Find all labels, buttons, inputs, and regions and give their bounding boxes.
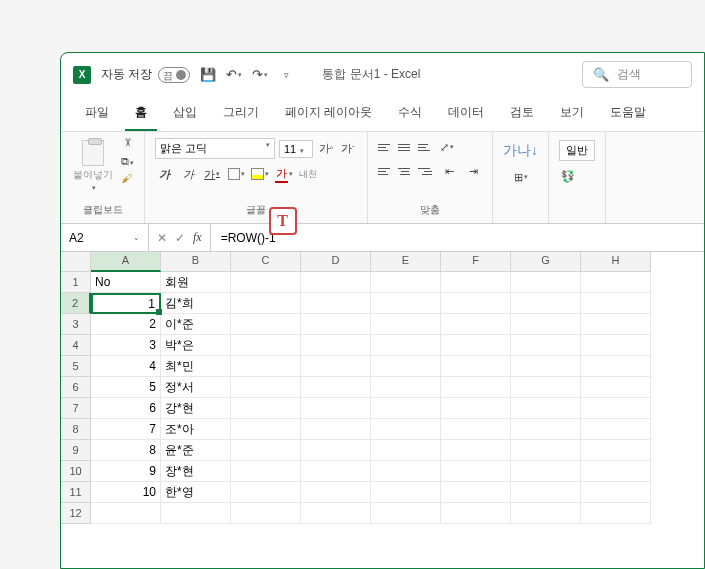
name-box[interactable]: A2 ⌄	[61, 224, 149, 251]
search-box[interactable]: 🔍 검색	[582, 61, 692, 88]
cell-H4[interactable]	[581, 335, 651, 356]
col-header-G[interactable]: G	[511, 252, 581, 272]
cell-E7[interactable]	[371, 398, 441, 419]
cell-E1[interactable]	[371, 272, 441, 293]
row-header-8[interactable]: 8	[61, 419, 91, 440]
cell-A6[interactable]: 5	[91, 377, 161, 398]
align-middle-icon[interactable]	[398, 141, 412, 153]
cell-G5[interactable]	[511, 356, 581, 377]
cell-D1[interactable]	[301, 272, 371, 293]
col-header-H[interactable]: H	[581, 252, 651, 272]
bold-button[interactable]: 가	[155, 165, 173, 183]
col-header-B[interactable]: B	[161, 252, 231, 272]
cell-A3[interactable]: 2	[91, 314, 161, 335]
cell-E9[interactable]	[371, 440, 441, 461]
cell-D10[interactable]	[301, 461, 371, 482]
decrease-font-icon[interactable]: 가ˇ	[339, 140, 357, 158]
cell-H3[interactable]	[581, 314, 651, 335]
merge-icon[interactable]: ⊞▾	[512, 168, 530, 186]
cell-D12[interactable]	[301, 503, 371, 524]
cell-G3[interactable]	[511, 314, 581, 335]
cell-H12[interactable]	[581, 503, 651, 524]
undo-icon[interactable]: ↶▾	[226, 67, 242, 83]
fx-icon[interactable]: fx	[193, 230, 202, 245]
orientation-icon[interactable]: ⤢▾	[438, 138, 456, 156]
cell-B12[interactable]	[161, 503, 231, 524]
cell-F1[interactable]	[441, 272, 511, 293]
cell-E5[interactable]	[371, 356, 441, 377]
cell-H2[interactable]	[581, 293, 651, 314]
cell-A5[interactable]: 4	[91, 356, 161, 377]
cell-G2[interactable]	[511, 293, 581, 314]
align-top-icon[interactable]	[378, 141, 392, 153]
cell-F8[interactable]	[441, 419, 511, 440]
cell-D2[interactable]	[301, 293, 371, 314]
cell-B9[interactable]: 윤*준	[161, 440, 231, 461]
cell-H9[interactable]	[581, 440, 651, 461]
cell-D9[interactable]	[301, 440, 371, 461]
cell-F6[interactable]	[441, 377, 511, 398]
cell-E6[interactable]	[371, 377, 441, 398]
tab-데이터[interactable]: 데이터	[438, 96, 494, 131]
cell-G10[interactable]	[511, 461, 581, 482]
cell-B6[interactable]: 정*서	[161, 377, 231, 398]
cell-F5[interactable]	[441, 356, 511, 377]
cell-G11[interactable]	[511, 482, 581, 503]
cell-G8[interactable]	[511, 419, 581, 440]
paste-button[interactable]: 붙여넣기 ▾	[71, 138, 115, 194]
cell-C9[interactable]	[231, 440, 301, 461]
tab-그리기[interactable]: 그리기	[213, 96, 269, 131]
cell-F11[interactable]	[441, 482, 511, 503]
row-header-1[interactable]: 1	[61, 272, 91, 293]
cell-F7[interactable]	[441, 398, 511, 419]
cell-D6[interactable]	[301, 377, 371, 398]
tab-보기[interactable]: 보기	[550, 96, 594, 131]
number-format-select[interactable]: 일반	[559, 140, 595, 161]
select-all-corner[interactable]	[61, 252, 91, 272]
col-header-F[interactable]: F	[441, 252, 511, 272]
col-header-C[interactable]: C	[231, 252, 301, 272]
row-header-2[interactable]: 2	[61, 293, 91, 314]
cell-B5[interactable]: 최*민	[161, 356, 231, 377]
align-center-icon[interactable]	[398, 165, 412, 177]
cell-E2[interactable]	[371, 293, 441, 314]
cell-B1[interactable]: 회원	[161, 272, 231, 293]
cell-C6[interactable]	[231, 377, 301, 398]
tab-파일[interactable]: 파일	[75, 96, 119, 131]
cell-H6[interactable]	[581, 377, 651, 398]
tab-페이지 레이아웃[interactable]: 페이지 레이아웃	[275, 96, 382, 131]
cancel-icon[interactable]: ✕	[157, 231, 167, 245]
cell-B8[interactable]: 조*아	[161, 419, 231, 440]
enter-icon[interactable]: ✓	[175, 231, 185, 245]
cell-D11[interactable]	[301, 482, 371, 503]
cell-C2[interactable]	[231, 293, 301, 314]
cell-D8[interactable]	[301, 419, 371, 440]
cell-E4[interactable]	[371, 335, 441, 356]
row-header-6[interactable]: 6	[61, 377, 91, 398]
increase-font-icon[interactable]: 가^	[317, 140, 335, 158]
cell-H7[interactable]	[581, 398, 651, 419]
fill-color-button[interactable]: ▾	[251, 165, 269, 183]
cell-H10[interactable]	[581, 461, 651, 482]
cell-A4[interactable]: 3	[91, 335, 161, 356]
underline-button[interactable]: 가▾	[203, 165, 221, 183]
cell-A7[interactable]: 6	[91, 398, 161, 419]
autosave-toggle[interactable]: 끔	[158, 67, 190, 83]
cell-A2[interactable]: 1	[91, 293, 161, 314]
cell-C8[interactable]	[231, 419, 301, 440]
cell-D3[interactable]	[301, 314, 371, 335]
cell-F9[interactable]	[441, 440, 511, 461]
cell-A12[interactable]	[91, 503, 161, 524]
cell-C4[interactable]	[231, 335, 301, 356]
cell-H5[interactable]	[581, 356, 651, 377]
cell-C10[interactable]	[231, 461, 301, 482]
cell-G6[interactable]	[511, 377, 581, 398]
tab-홈[interactable]: 홈	[125, 96, 157, 131]
cell-A8[interactable]: 7	[91, 419, 161, 440]
indent-decrease-icon[interactable]: ⇤	[440, 162, 458, 180]
cell-D5[interactable]	[301, 356, 371, 377]
cell-E12[interactable]	[371, 503, 441, 524]
border-button[interactable]: ▾	[227, 165, 245, 183]
cell-B3[interactable]: 이*준	[161, 314, 231, 335]
cell-F12[interactable]	[441, 503, 511, 524]
